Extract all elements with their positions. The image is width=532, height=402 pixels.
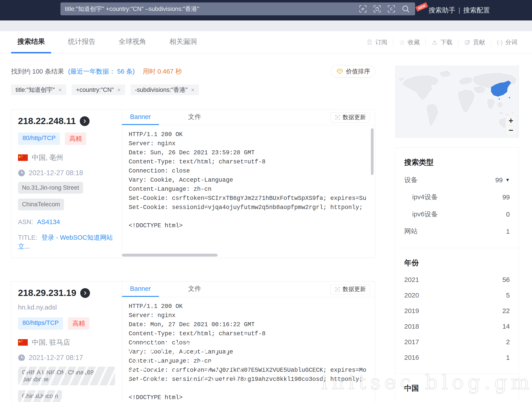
filter-chip-country[interactable]: +country:"CN" ×	[72, 84, 125, 95]
top-navbar: IP C NEW 搜索助手 | 搜索配置	[0, 0, 532, 20]
data-update-button[interactable]: 数据更新	[330, 284, 370, 294]
http-banner-text: HTTP/1.1 200 OK Server: nginx Date: Mon,…	[129, 302, 368, 402]
org-chip[interactable]: No.31,Jin-rong Street	[18, 182, 83, 194]
facet-row-device[interactable]: 设备 99▼	[404, 175, 510, 185]
subscribe-button[interactable]: 订阅	[361, 38, 393, 46]
subscribe-label: 订阅	[375, 38, 387, 46]
facet-label: 2021	[404, 276, 419, 283]
tab-file[interactable]: 文件	[180, 281, 209, 297]
result-ip-link[interactable]: 218.29.231.19	[18, 288, 76, 298]
filter-chip-title[interactable]: title:"知道创宇" ×	[11, 84, 66, 95]
search-bar: IP C	[60, 2, 415, 15]
edit-icon	[464, 39, 470, 45]
tab-search-results[interactable]: 搜索结果	[11, 31, 51, 53]
topbar-links-divider: |	[458, 6, 460, 14]
data-update-button[interactable]: 数据更新	[330, 112, 370, 122]
search-assistant-link[interactable]: 搜索助手	[429, 6, 455, 15]
zoom-out-button[interactable]: −	[506, 126, 516, 135]
isp-chip[interactable]: ChinaTelecom	[18, 198, 64, 210]
value-sort-label: 价值排序	[346, 67, 370, 75]
vertical-scrollbar[interactable]	[371, 128, 374, 175]
facet-row-2019[interactable]: 2019 22	[404, 307, 510, 315]
close-icon[interactable]: ×	[191, 87, 194, 93]
result-meta-panel: 218.22.248.11 80/http/TCP 高精 中国, 亳州 2021…	[11, 110, 122, 258]
facet-label: 2016	[404, 354, 419, 361]
facet-sidebar: 搜索类型 设备 99▼ ipv4设备 99 ipv6设备 0 网站 1 年份 2…	[395, 147, 519, 402]
filter-chip-label: title:"知道创宇"	[16, 86, 55, 94]
port-service-tag[interactable]: 80/https/TCP	[18, 317, 63, 330]
facet-value: 22	[502, 307, 510, 315]
word-segment-label: 分词	[505, 38, 517, 46]
port-service-tag[interactable]: 80/http/TCP	[18, 133, 60, 145]
zoom-in-button[interactable]: +	[506, 116, 516, 125]
facet-row-2020[interactable]: 2020 5	[404, 292, 510, 299]
facet-row-website[interactable]: 网站 1	[404, 227, 510, 236]
tab-related-vulnerabilities[interactable]: 相关漏洞	[163, 31, 203, 53]
facet-title: 年份	[404, 258, 510, 268]
tab-statistics-report[interactable]: 统计报告	[62, 31, 102, 53]
search-config-link[interactable]: 搜索配置	[463, 6, 490, 15]
new-badge: NEW	[415, 2, 428, 12]
close-icon[interactable]: ×	[58, 87, 62, 93]
facet-label: ipv4设备	[412, 192, 438, 202]
banner-panel: Banner 文件 数据更新 HTTP/1.1 200 OK Server: n…	[122, 110, 375, 258]
facet-label: 设备	[404, 175, 418, 185]
org-chip[interactable]: CHINA UNICOM China169 Backbone	[18, 367, 115, 385]
results-summary: 找到约 100 条结果 (最近一年数据： 56 条) 用时 0.467 秒	[11, 67, 182, 76]
result-tabbar: 搜索结果 统计报告 全球视角 相关漏洞 订阅 ☆ 收藏 下载 贡献 {·} 分词	[0, 31, 532, 53]
search-input[interactable]	[60, 2, 359, 15]
value-sort-button[interactable]: 价值排序	[331, 65, 375, 78]
result-location: 中国, 驻马店	[32, 338, 70, 347]
page-actions: 订阅 ☆ 收藏 下载 贡献 {·} 分词	[361, 31, 523, 53]
facet-row-2016[interactable]: 2016 1	[404, 354, 510, 361]
chevron-down-icon[interactable]: ▼	[505, 178, 510, 183]
contribute-button[interactable]: 贡献	[458, 38, 491, 46]
facet-label: 2017	[404, 338, 419, 346]
code-scan-icon[interactable]: C	[387, 5, 396, 13]
tab-banner[interactable]: Banner	[122, 110, 159, 125]
star-icon: ☆	[399, 38, 405, 46]
world-map-svg	[395, 66, 519, 138]
isp-chip[interactable]: ChinaUnicom	[18, 390, 62, 402]
facet-value: 5	[506, 292, 510, 299]
recent-data-link[interactable]: (最近一年数据： 56 条)	[68, 68, 135, 75]
tab-global-view[interactable]: 全球视角	[113, 31, 152, 53]
filter-chip-subdivisions[interactable]: -subdivisions:"香港" ×	[130, 84, 199, 95]
clock-icon	[18, 354, 25, 361]
open-detail-button[interactable]	[80, 116, 89, 126]
open-detail-button[interactable]	[80, 288, 90, 298]
tab-file[interactable]: 文件	[180, 110, 209, 125]
result-card: 218.22.248.11 80/http/TCP 高精 中国, 亳州 2021…	[11, 109, 375, 258]
facet-value: 99	[502, 193, 510, 201]
facet-label: 网站	[404, 227, 418, 236]
facet-value: 0	[506, 211, 510, 218]
file-scan-icon[interactable]	[373, 5, 381, 13]
banner-panel: Banner 文件 数据更新 HTTP/1.1 200 OK Server: n…	[122, 281, 375, 402]
result-ip-link[interactable]: 218.22.248.11	[18, 116, 76, 126]
refresh-scan-icon	[335, 115, 341, 120]
tab-banner[interactable]: Banner	[122, 281, 159, 297]
horizontal-scrollbar[interactable]	[122, 254, 218, 257]
download-button[interactable]: 下载	[426, 38, 458, 46]
asn-link[interactable]: AS4134	[37, 218, 60, 225]
svg-text:IP: IP	[361, 7, 364, 11]
topbar-links: NEW 搜索助手 | 搜索配置	[417, 0, 490, 20]
elapsed-time: 用时 0.467 秒	[143, 68, 182, 75]
bookmark-plus-icon	[367, 39, 373, 45]
facet-value: 1	[506, 354, 510, 361]
facet-row-ipv6[interactable]: ipv6设备 0	[404, 210, 510, 219]
facet-value: 56	[502, 276, 510, 283]
facet-row-2017[interactable]: 2017 2	[404, 338, 510, 346]
search-icon[interactable]	[401, 4, 410, 13]
close-icon[interactable]: ×	[117, 87, 121, 93]
filter-chip-label: -subdivisions:"香港"	[135, 86, 188, 94]
word-segment-button[interactable]: {·} 分词	[491, 38, 523, 46]
result-timestamp: 2021-12-27 08:17	[29, 354, 83, 362]
facet-row-2021[interactable]: 2021 56	[404, 276, 510, 283]
facet-search-type: 搜索类型 设备 99▼ ipv4设备 99 ipv6设备 0 网站 1	[395, 148, 519, 248]
facet-row-ipv4[interactable]: ipv4设备 99	[404, 192, 510, 202]
favorite-button[interactable]: ☆ 收藏	[393, 38, 425, 46]
facet-row-2018[interactable]: 2018 14	[404, 323, 510, 330]
precision-tag: 高精	[68, 317, 89, 330]
ip-scan-icon[interactable]: IP	[359, 5, 367, 13]
